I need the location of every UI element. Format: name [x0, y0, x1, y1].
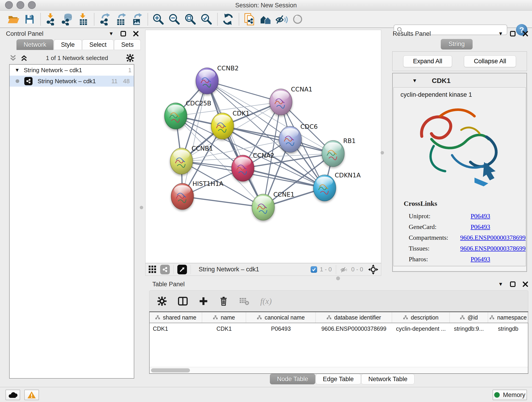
zoom-out-button[interactable] — [168, 12, 181, 26]
tab-network-table[interactable]: Network Table — [361, 374, 415, 384]
panel-menu-icon[interactable]: ▼ — [498, 31, 503, 36]
panel-menu-icon[interactable]: ▼ — [498, 282, 503, 287]
results-scrollbar[interactable] — [393, 266, 526, 271]
network-edge-CCNE1-HIST1H1A[interactable] — [182, 196, 263, 207]
table-cell[interactable]: CDK1 — [150, 325, 202, 332]
network-row[interactable]: String Network – cdk1 11 48 — [10, 76, 134, 87]
grid-icon[interactable] — [148, 265, 157, 274]
zoom-selected-button[interactable] — [200, 12, 213, 26]
zoom-in-button[interactable] — [152, 12, 165, 26]
cloud-status-button[interactable] — [6, 390, 20, 400]
delete-table-icon[interactable] — [239, 297, 249, 305]
close-panel-icon[interactable] — [522, 281, 528, 287]
network-canvas[interactable]: CCNB2CCNA1CDC25BCDK1CDC6RB1CCNB1CCNA2CDK… — [145, 30, 381, 263]
crosslink-link[interactable]: 9606.ENSP00000378699 — [460, 245, 526, 252]
columns-icon[interactable] — [178, 297, 188, 306]
tab-network[interactable]: Network — [17, 39, 53, 50]
scrollbar-thumb[interactable] — [151, 368, 190, 372]
table-cell[interactable]: stringdb:9... — [450, 325, 488, 332]
network-node-CCNE1[interactable]: CCNE1 — [252, 191, 294, 220]
tab-node-table[interactable]: Node Table — [270, 374, 315, 384]
protein-section-header[interactable]: ▼ CDK1 — [393, 74, 526, 87]
column-header-canonical-name[interactable]: canonical name — [246, 312, 316, 323]
tab-string[interactable]: String — [441, 39, 473, 50]
table-horizontal-scrollbar[interactable] — [150, 367, 528, 373]
table-cell[interactable]: stringdb — [488, 325, 528, 332]
fit-content-icon[interactable] — [368, 264, 378, 274]
save-session-button[interactable] — [23, 12, 36, 26]
table-cell[interactable]: P06493 — [246, 325, 316, 332]
table-row[interactable]: CDK1CDK1P064939606.ENSP00000378699cyclin… — [150, 323, 528, 334]
column-header--id[interactable]: @id — [450, 312, 488, 323]
network-node-HIST1H1A[interactable]: HIST1H1A — [171, 180, 224, 210]
title-bar: Session: New Session — [0, 0, 532, 11]
network-node-CCNA1[interactable]: CCNA1 — [270, 86, 312, 115]
network-node-CCNB2[interactable]: CCNB2 — [196, 65, 239, 94]
network-file-button[interactable] — [243, 12, 256, 26]
tab-edge-table[interactable]: Edge Table — [316, 374, 361, 384]
panel-menu-icon[interactable]: ▼ — [109, 31, 114, 36]
close-panel-icon[interactable] — [522, 31, 528, 37]
crosslink-link[interactable]: 9606.ENSP00000378699 — [460, 234, 526, 241]
table-cell[interactable]: 9606.ENSP00000378699 — [316, 325, 392, 332]
network-node-RB1[interactable]: RB1 — [322, 137, 355, 167]
import-network-from-database-button[interactable] — [60, 12, 74, 26]
export-image-button[interactable] — [130, 12, 143, 26]
home-pages-button[interactable] — [259, 12, 272, 26]
column-header-namespace[interactable]: namespace — [488, 312, 528, 323]
memory-button[interactable]: Memory — [493, 390, 527, 400]
zoom-fit-button[interactable] — [184, 12, 197, 26]
gear-icon[interactable] — [157, 296, 167, 306]
export-network-button[interactable] — [98, 12, 111, 26]
collapse-triangle-icon[interactable]: ▼ — [15, 67, 20, 73]
add-column-icon[interactable] — [199, 297, 208, 306]
export-table-button[interactable] — [114, 12, 127, 26]
import-table-button[interactable] — [76, 12, 90, 26]
network-edge-CCNB2-CCNE1[interactable] — [207, 81, 263, 207]
collapse-all-button[interactable]: Collapse All — [464, 56, 516, 67]
collapse-triangle-icon[interactable]: ▼ — [412, 78, 417, 83]
network-node-CDK1[interactable]: CDK1 — [211, 110, 250, 139]
export-image-icon — [132, 13, 142, 26]
column-header-shared-name[interactable]: shared name — [150, 312, 202, 323]
vertical-splitter-handle[interactable] — [380, 151, 384, 154]
vertical-splitter-handle[interactable] — [140, 206, 143, 209]
share-network-button[interactable] — [160, 265, 170, 274]
column-header-database-identifier[interactable]: database identifier — [316, 312, 392, 323]
float-panel-icon[interactable] — [510, 31, 515, 36]
open-session-button[interactable] — [7, 12, 20, 26]
expand-all-button[interactable]: Expand All — [403, 56, 452, 67]
sphere-button[interactable] — [291, 12, 304, 26]
crosslink-link[interactable]: P06493 — [471, 212, 490, 220]
tab-style[interactable]: Style — [54, 39, 82, 50]
network-node-CCNB1[interactable]: CCNB1 — [170, 145, 213, 174]
import-network-button[interactable] — [44, 12, 58, 26]
network-collection-row[interactable]: ▼ String Network – cdk1 1 — [10, 65, 134, 76]
collapse-all-icon[interactable] — [9, 54, 17, 62]
network-node-CDKN1A[interactable]: CDKN1A — [313, 172, 361, 201]
tab-select[interactable]: Select — [82, 39, 114, 50]
float-panel-icon[interactable] — [510, 281, 515, 287]
column-header-name[interactable]: name — [202, 312, 246, 323]
horizontal-splitter-handle[interactable] — [336, 276, 340, 280]
apply-layout-button[interactable] — [221, 12, 234, 26]
network-edge-CCNB2-HIST1H1A[interactable] — [182, 81, 207, 196]
tab-sets[interactable]: Sets — [114, 39, 141, 50]
gear-icon[interactable] — [126, 54, 134, 62]
expand-all-icon[interactable] — [20, 54, 28, 62]
function-builder-button[interactable]: f(x) — [260, 296, 272, 306]
table-cell[interactable]: cyclin-dependent ... — [392, 325, 450, 332]
selected-checkbox[interactable] — [311, 266, 317, 273]
birdseye-view-button[interactable] — [177, 265, 187, 274]
column-header-description[interactable]: description — [392, 312, 450, 323]
delete-column-icon[interactable] — [219, 296, 228, 306]
crosslink-link[interactable]: P06493 — [471, 255, 490, 263]
table-cell[interactable]: CDK1 — [202, 325, 246, 332]
hide-unhide-button[interactable] — [275, 12, 288, 26]
float-panel-icon[interactable] — [120, 31, 126, 36]
close-panel-icon[interactable] — [133, 31, 139, 37]
network-graph[interactable]: CCNB2CCNA1CDC25BCDK1CDC6RB1CCNB1CCNA2CDK… — [146, 30, 381, 263]
warning-status-button[interactable] — [24, 390, 39, 400]
crosslink-link[interactable]: P06493 — [471, 223, 490, 230]
window-title: Session: New Session — [0, 0, 532, 11]
